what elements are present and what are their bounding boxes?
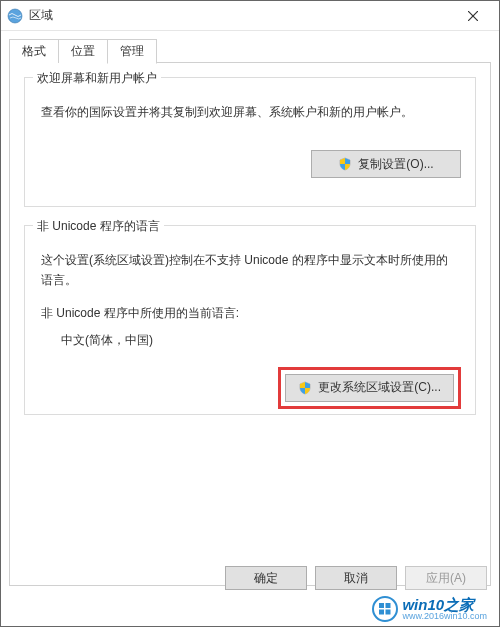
current-language-label: 非 Unicode 程序中所使用的当前语言: <box>41 305 459 322</box>
copy-settings-button[interactable]: 复制设置(O)... <box>311 150 461 178</box>
welcome-groupbox: 欢迎屏幕和新用户帐户 查看你的国际设置并将其复制到欢迎屏幕、系统帐户和新的用户帐… <box>24 77 476 207</box>
copy-settings-label: 复制设置(O)... <box>358 156 433 173</box>
svg-rect-7 <box>386 610 391 615</box>
close-button[interactable] <box>453 2 493 30</box>
shield-icon <box>298 381 312 395</box>
watermark-logo-icon <box>372 596 398 622</box>
tabs: 格式 位置 管理 <box>9 39 491 63</box>
apply-button[interactable]: 应用(A) <box>405 566 487 590</box>
nonunicode-groupbox: 非 Unicode 程序的语言 这个设置(系统区域设置)控制在不支持 Unico… <box>24 225 476 415</box>
cancel-button[interactable]: 取消 <box>315 566 397 590</box>
svg-rect-6 <box>379 610 384 615</box>
highlight-marker: 更改系统区域设置(C)... <box>278 367 461 409</box>
tab-location[interactable]: 位置 <box>58 39 108 63</box>
nonunicode-group-title: 非 Unicode 程序的语言 <box>33 218 164 235</box>
svg-point-3 <box>373 597 397 621</box>
titlebar: 区域 <box>1 1 499 31</box>
tab-format[interactable]: 格式 <box>9 39 59 63</box>
svg-rect-4 <box>379 603 384 608</box>
content-area: 格式 位置 管理 欢迎屏幕和新用户帐户 查看你的国际设置并将其复制到欢迎屏幕、系… <box>1 31 499 586</box>
watermark-sub: www.2016win10.com <box>402 612 487 621</box>
watermark: win10之家 www.2016win10.com <box>372 596 487 622</box>
dialog-buttons: 确定 取消 应用(A) <box>225 566 487 590</box>
tab-admin[interactable]: 管理 <box>107 39 157 64</box>
welcome-group-desc: 查看你的国际设置并将其复制到欢迎屏幕、系统帐户和新的用户帐户。 <box>41 102 459 122</box>
current-language-value: 中文(简体，中国) <box>61 332 459 349</box>
change-locale-label: 更改系统区域设置(C)... <box>318 379 441 396</box>
ok-button[interactable]: 确定 <box>225 566 307 590</box>
svg-rect-5 <box>386 603 391 608</box>
watermark-main: win10之家 <box>402 597 487 612</box>
globe-icon <box>7 8 23 24</box>
close-icon <box>468 11 478 21</box>
shield-icon <box>338 157 352 171</box>
window-title: 区域 <box>29 7 453 24</box>
nonunicode-group-desc: 这个设置(系统区域设置)控制在不支持 Unicode 的程序中显示文本时所使用的… <box>41 250 459 291</box>
change-locale-button[interactable]: 更改系统区域设置(C)... <box>285 374 454 402</box>
welcome-group-title: 欢迎屏幕和新用户帐户 <box>33 70 161 87</box>
tab-panel-admin: 欢迎屏幕和新用户帐户 查看你的国际设置并将其复制到欢迎屏幕、系统帐户和新的用户帐… <box>9 62 491 586</box>
